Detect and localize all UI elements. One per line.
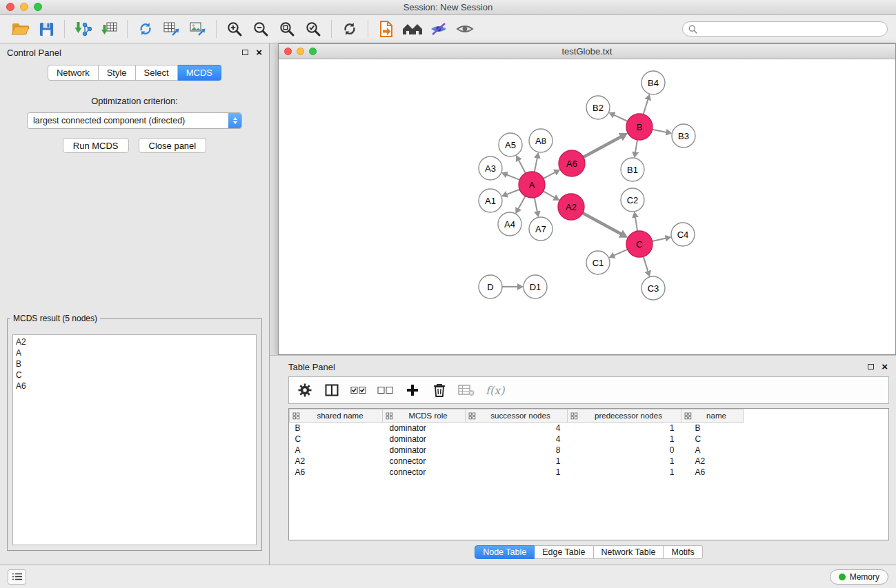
tab-node-table[interactable]: Node Table bbox=[475, 545, 535, 559]
network-node[interactable]: C3 bbox=[641, 276, 665, 300]
table-cell[interactable]: 8 bbox=[466, 445, 568, 456]
column-header-successor-nodes[interactable]: successor nodes bbox=[466, 409, 568, 423]
table-row[interactable]: A2connector11A2 bbox=[290, 456, 744, 467]
network-edge[interactable] bbox=[519, 160, 526, 173]
network-edge[interactable] bbox=[653, 238, 666, 241]
delete-button[interactable] bbox=[429, 380, 450, 401]
network-node[interactable]: B2 bbox=[586, 96, 610, 119]
select-all-button[interactable] bbox=[348, 380, 369, 401]
network-node[interactable]: A8 bbox=[529, 129, 552, 152]
close-panel-icon[interactable]: × bbox=[256, 48, 262, 57]
network-edge[interactable] bbox=[635, 217, 637, 232]
network-node[interactable]: C4 bbox=[671, 223, 695, 246]
table-cell[interactable]: 4 bbox=[466, 434, 568, 445]
import-table-button[interactable] bbox=[96, 17, 122, 41]
mcds-result-list[interactable]: A2ABCA6 bbox=[12, 334, 257, 545]
network-edge[interactable] bbox=[506, 190, 519, 194]
network-edge[interactable] bbox=[583, 213, 621, 234]
network-edge[interactable] bbox=[644, 256, 648, 272]
deselect-all-button[interactable] bbox=[375, 380, 396, 401]
memory-button[interactable]: Memory bbox=[830, 569, 888, 585]
table-cell[interactable]: A2 bbox=[290, 456, 383, 467]
function-builder-button[interactable]: f(x) bbox=[483, 380, 507, 401]
network-edge[interactable] bbox=[535, 198, 537, 212]
zoom-window-button[interactable] bbox=[34, 3, 42, 11]
save-session-button[interactable] bbox=[33, 17, 59, 41]
table-cell[interactable]: 1 bbox=[568, 434, 681, 445]
table-cell[interactable]: 1 bbox=[568, 467, 681, 478]
optimization-dropdown[interactable]: largest connected component (directed) bbox=[27, 112, 242, 129]
mcds-result-item[interactable]: A2 bbox=[13, 336, 256, 347]
table-cell[interactable]: 1 bbox=[466, 467, 568, 478]
table-cell[interactable]: dominator bbox=[383, 445, 466, 456]
zoom-in-button[interactable] bbox=[221, 17, 248, 41]
mcds-result-item[interactable]: A6 bbox=[13, 381, 256, 392]
column-header-predecessor-nodes[interactable]: predecessor nodes bbox=[568, 409, 681, 423]
table-cell[interactable]: A6 bbox=[290, 467, 383, 478]
network-node[interactable]: A4 bbox=[498, 212, 521, 236]
table-cell[interactable]: A6 bbox=[681, 467, 744, 478]
network-node[interactable]: D1 bbox=[524, 275, 547, 298]
close-window-button[interactable] bbox=[6, 3, 14, 11]
hide-selected-button[interactable] bbox=[426, 17, 452, 41]
network-edge[interactable] bbox=[544, 191, 555, 198]
new-network-from-selection-button[interactable] bbox=[373, 17, 399, 41]
network-minimize-button[interactable] bbox=[297, 48, 304, 55]
import-network-button[interactable] bbox=[70, 17, 96, 41]
float-panel-icon[interactable] bbox=[242, 50, 248, 55]
table-cell[interactable]: dominator bbox=[383, 434, 466, 445]
network-node-mcds[interactable]: A6 bbox=[559, 150, 585, 176]
network-edge[interactable] bbox=[614, 250, 628, 256]
zoom-fit-button[interactable] bbox=[274, 17, 300, 41]
add-row-button[interactable] bbox=[402, 380, 423, 401]
table-row[interactable]: Bdominator41B bbox=[290, 423, 744, 434]
show-all-button[interactable] bbox=[452, 17, 478, 41]
column-header-shared-name[interactable]: shared name bbox=[290, 409, 383, 423]
zoom-out-button[interactable] bbox=[248, 17, 274, 41]
close-panel-button[interactable]: Close panel bbox=[139, 138, 207, 153]
show-panels-button[interactable] bbox=[8, 569, 26, 585]
table-cell[interactable]: B bbox=[290, 423, 383, 434]
network-canvas[interactable]: B4B2BB3A5A8A6B1A3AC2A1A2A4A7C4CC1C3DD1 bbox=[279, 59, 895, 354]
tab-mcds[interactable]: MCDS bbox=[178, 65, 221, 81]
network-edge[interactable] bbox=[506, 174, 519, 180]
table-cell[interactable]: A bbox=[290, 445, 383, 456]
network-node[interactable]: B3 bbox=[672, 124, 695, 148]
table-cell[interactable]: 1 bbox=[568, 456, 681, 467]
minimize-window-button[interactable] bbox=[20, 3, 28, 11]
table-cell[interactable]: connector bbox=[383, 456, 466, 467]
table-settings-button[interactable] bbox=[295, 380, 315, 401]
network-edge[interactable] bbox=[614, 115, 628, 121]
column-header-name[interactable]: name bbox=[681, 409, 744, 423]
network-edge[interactable] bbox=[544, 172, 555, 179]
network-zoom-button[interactable] bbox=[309, 48, 317, 55]
network-node[interactable]: A5 bbox=[499, 133, 522, 156]
table-cell[interactable]: dominator bbox=[383, 423, 466, 434]
tab-style[interactable]: Style bbox=[99, 65, 136, 81]
network-graph[interactable]: B4B2BB3A5A8A6B1A3AC2A1A2A4A7C4CC1C3DD1 bbox=[279, 59, 895, 354]
table-cell[interactable]: C bbox=[681, 434, 744, 445]
network-node-mcds[interactable]: B bbox=[626, 114, 653, 140]
network-edge[interactable] bbox=[535, 158, 537, 172]
delete-table-button[interactable] bbox=[456, 380, 477, 401]
network-node[interactable]: C2 bbox=[621, 188, 644, 212]
add-column-button[interactable] bbox=[321, 380, 342, 401]
network-node-mcds[interactable]: C bbox=[626, 231, 653, 257]
network-node[interactable]: A3 bbox=[479, 156, 502, 180]
table-row[interactable]: Adominator80A bbox=[290, 445, 744, 456]
mcds-result-item[interactable]: C bbox=[13, 369, 256, 381]
column-header-mcds-role[interactable]: MCDS role bbox=[383, 409, 466, 423]
network-close-button[interactable] bbox=[284, 48, 292, 55]
tab-edge-table[interactable]: Edge Table bbox=[535, 545, 593, 559]
tab-network[interactable]: Network bbox=[48, 65, 99, 81]
mcds-result-item[interactable]: A bbox=[13, 347, 256, 358]
table-cell[interactable]: B bbox=[681, 423, 744, 434]
network-edge[interactable] bbox=[584, 136, 621, 157]
open-session-button[interactable] bbox=[7, 17, 33, 41]
run-mcds-button[interactable]: Run MCDS bbox=[63, 138, 129, 153]
network-node-mcds[interactable]: A2 bbox=[558, 194, 584, 220]
table-row[interactable]: Cdominator41C bbox=[290, 434, 744, 445]
table-cell[interactable]: A2 bbox=[681, 456, 744, 467]
zoom-selected-button[interactable] bbox=[300, 17, 326, 41]
mcds-result-item[interactable]: B bbox=[13, 358, 256, 369]
